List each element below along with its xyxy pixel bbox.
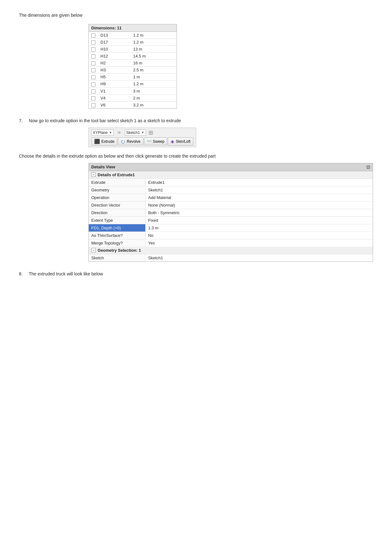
dim-checkbox-cell[interactable] [89,81,98,87]
sketch-select[interactable]: Sketch1 ▼ [125,129,146,136]
table-row: V13 m [89,87,177,94]
dim-checkbox-cell[interactable] [89,46,98,53]
dim-checkbox-cell[interactable] [89,74,98,81]
details-value: Extrude1 [146,179,373,186]
dim-checkbox[interactable] [91,75,95,79]
section1-title: Details of Extrude1 [98,172,135,177]
details-value: Add Material [146,194,373,201]
dim-value: 2.5 m [130,67,177,74]
details-row: FD1, Depth (>0)1.3 m [89,224,373,232]
details-row: DirectionBoth - Symmetric [89,209,373,217]
details-label: Sketch [89,254,146,262]
plane-dropdown-arrow: ▼ [109,131,112,134]
details-row: As Thin/Surface?No [89,232,373,239]
dim-checkbox[interactable] [91,103,95,107]
details-label: Direction [89,209,146,216]
details-label: As Thin/Surface? [89,232,146,239]
dim-name: H5 [98,74,130,81]
section1-header[interactable]: − Details of Extrude1 [89,171,373,179]
table-row: H1013 m [89,46,177,53]
dim-checkbox-cell[interactable] [89,101,98,108]
revolve-button[interactable]: ⭮ Revolve [118,137,143,145]
sketch-label: Sketch1 [126,130,140,135]
dim-checkbox[interactable] [91,89,95,93]
extrude-button[interactable]: ⬛ Extrude [91,137,117,146]
toolbar-row1: XYPlane ▼ ✳ Sketch1 ▼ ⊞ [91,129,193,136]
dimensions-table: Dimensions: 11 D131.2 mD171.2 mH1013 mH1… [88,24,177,109]
plane-label: XYPlane [93,130,108,135]
details-label: Extrude [89,179,146,186]
dim-value: 14.5 m [130,53,177,60]
dim-checkbox[interactable] [91,68,95,72]
dim-checkbox-cell[interactable] [89,39,98,46]
dim-value: 13 m [130,46,177,53]
toolbar-separator1: ✳ [117,129,122,136]
revolve-icon: ⭮ [121,139,125,144]
details-view-title: Details View [91,165,115,169]
dim-checkbox-cell[interactable] [89,32,98,39]
details-value: Yes [146,239,373,247]
dim-value: 2 m [130,94,177,101]
step7-section: 7. Now go to extrude option in the tool … [19,118,373,262]
details-row: OperationAdd Material [89,194,373,202]
dim-name: H12 [98,53,130,60]
details-label: Direction Vector [89,202,146,209]
details-pin-icon[interactable]: ⊡ [366,165,370,170]
skinloft-button[interactable]: ◈ Skin/Loft [168,137,193,146]
details-row: SketchSketch1 [89,254,373,262]
table-row: H32.5 m [89,67,177,74]
sweep-icon: 〰 [147,139,152,144]
table-row: H51 m [89,74,177,81]
details-view-header: Details View ⊡ [89,163,373,171]
dim-checkbox-cell[interactable] [89,94,98,101]
dim-checkbox[interactable] [91,82,95,87]
dim-checkbox[interactable] [91,40,95,45]
dim-checkbox[interactable] [91,54,95,58]
extrude-icon: ⬛ [94,139,100,144]
dim-value: 1.2 m [130,32,177,39]
table-row: H216 m [89,60,177,67]
details-row: GeometrySketch1 [89,186,373,194]
table-row: D171.2 m [89,39,177,46]
plane-select[interactable]: XYPlane ▼ [91,129,114,136]
dimensions-container: Dimensions: 11 D131.2 mD171.2 mH1013 mH1… [88,24,373,109]
table-row: D131.2 m [89,32,177,39]
dim-name: H9 [98,81,130,87]
dim-checkbox-cell[interactable] [89,60,98,67]
toolbar-row2: ⬛ Extrude ⭮ Revolve 〰 Sweep ◈ Skin/Loft [91,137,193,146]
dim-name: H10 [98,46,130,53]
section1-collapse-icon[interactable]: − [91,172,96,177]
dim-checkbox-cell[interactable] [89,53,98,60]
sketch-dropdown-arrow: ▼ [141,131,144,134]
details-value: Sketch1 [146,186,373,194]
section2-rows: SketchSketch1 [89,254,373,262]
intro-text: The dimensions are given below [19,13,373,18]
dim-checkbox[interactable] [91,96,95,100]
dimensions-header: Dimensions: 11 [89,24,177,32]
sweep-button[interactable]: 〰 Sweep [144,137,167,145]
details-label: Geometry [89,186,146,194]
sweep-label: Sweep [153,139,165,144]
section1-rows: ExtrudeExtrude1GeometrySketch1OperationA… [89,179,373,247]
dim-name: V1 [98,87,130,94]
step7-description: Now go to extrude option in the tool bar… [29,118,181,123]
dim-checkbox[interactable] [91,61,95,65]
step7-number: 7. [19,118,23,123]
details-value: Fixed [146,217,373,224]
dim-name: H2 [98,60,130,67]
details-value: None (Normal) [146,202,373,209]
dim-checkbox-cell[interactable] [89,87,98,94]
dim-checkbox[interactable] [91,33,95,38]
dim-checkbox-cell[interactable] [89,67,98,74]
section2-collapse-icon[interactable]: − [91,248,96,252]
section2-title: Geometry Selection: 1 [98,248,141,253]
table-row: V63.2 m [89,101,177,108]
details-row: Direction VectorNone (Normal) [89,202,373,209]
skinloft-label: Skin/Loft [176,139,190,144]
dim-checkbox[interactable] [91,47,95,51]
section2-header[interactable]: − Geometry Selection: 1 [89,247,373,254]
toolbar-icon-right: ⊞ [148,129,153,136]
step8-text: 8. The extruded truck will look like bel… [19,271,373,276]
details-value: No [146,232,373,239]
dim-value: 1.2 m [130,81,177,87]
